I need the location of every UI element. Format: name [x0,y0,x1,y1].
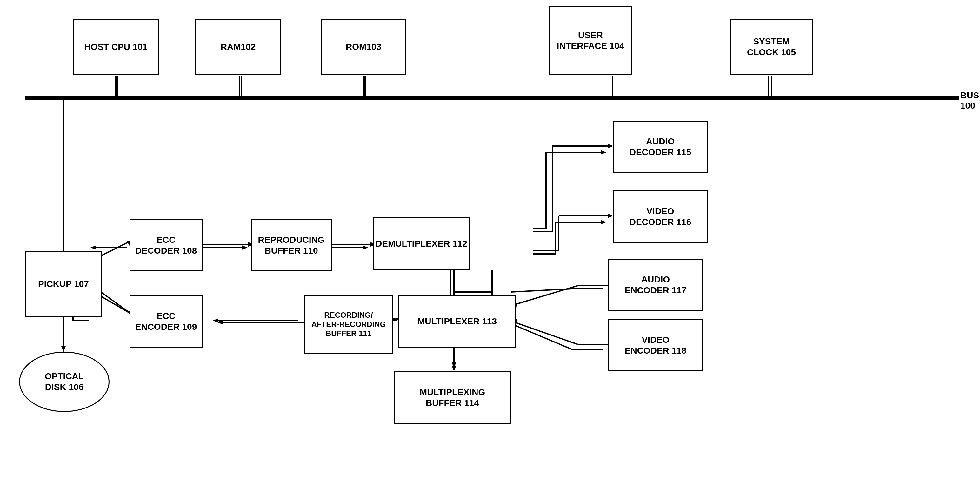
recording-buffer-box: RECORDING/ AFTER-RECORDING BUFFER 111 [304,295,393,354]
svg-marker-76 [452,366,456,372]
svg-marker-41 [91,245,96,250]
demultiplexer-box: DEMULTIPLEXER 112 [373,218,470,270]
ecc-encoder-box: ECC ENCODER 109 [129,295,202,348]
multiplexer-box: MULTIPLEXER 113 [398,295,516,348]
svg-marker-50 [61,346,66,352]
audio-encoder-box: AUDIO ENCODER 117 [608,259,703,311]
svg-marker-25 [213,318,218,323]
svg-marker-11 [242,245,248,250]
system-clock-box: SYSTEM CLOCK 105 [730,19,813,75]
svg-line-33 [511,289,571,292]
svg-marker-21 [601,220,606,224]
svg-line-78 [514,286,578,305]
reproducing-buffer-box: REPRODUCING BUFFER 110 [251,219,332,272]
svg-line-81 [514,322,578,345]
svg-marker-37 [452,362,456,368]
diagram: HOST CPU 101 RAM102 ROM103 USER INTERFAC… [0,0,980,478]
audio-decoder-box: AUDIO DECODER 115 [613,121,708,173]
optical-disk-ellipse: OPTICAL DISK 106 [19,352,110,412]
pickup-box: PICKUP 107 [25,251,102,318]
ecc-decoder-box: ECC DECODER 108 [129,219,202,272]
video-decoder-box: VIDEO DECODER 116 [613,191,708,243]
svg-line-35 [511,324,571,349]
video-encoder-box: VIDEO ENCODER 118 [608,319,703,372]
multiplexing-buffer-box: MULTIPLEXING BUFFER 114 [394,372,511,424]
svg-marker-13 [363,245,368,250]
svg-marker-9 [61,346,66,352]
host-cpu-box: HOST CPU 101 [73,19,159,75]
bus-label: BUS 100 [960,91,980,111]
svg-marker-17 [601,150,606,154]
user-interface-box: USER INTERFACE 104 [549,6,632,75]
ram-box: RAM102 [195,19,281,75]
svg-marker-70 [217,320,223,324]
rom-box: ROM103 [321,19,406,75]
